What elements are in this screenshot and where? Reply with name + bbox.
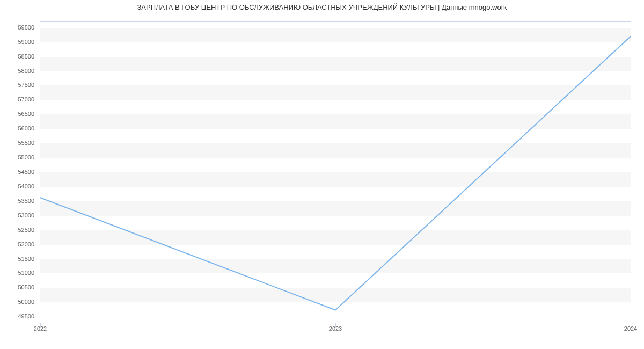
y-tick-label: 57000 <box>18 96 34 103</box>
y-tick-label: 50000 <box>18 299 34 305</box>
y-tick-label: 59500 <box>18 24 34 31</box>
y-tick-label: 51000 <box>18 270 34 276</box>
y-tick-label: 52500 <box>18 227 34 233</box>
y-axis: 4950050000505005100051500520005250053000… <box>0 21 38 322</box>
y-tick-label: 49500 <box>18 313 34 319</box>
x-tick-label: 2022 <box>34 325 47 332</box>
y-tick-label: 53500 <box>18 198 34 204</box>
x-tick-label: 2024 <box>624 325 637 332</box>
x-tick-label: 2023 <box>329 325 342 332</box>
y-tick-label: 51500 <box>18 256 34 262</box>
x-axis: 202220232024 <box>40 322 631 338</box>
y-tick-label: 59000 <box>18 39 34 45</box>
line-layer <box>40 22 631 322</box>
salary-line-chart: ЗАРПЛАТА В ГОБУ ЦЕНТР ПО ОБСЛУЖИВАНИЮ ОБ… <box>0 0 644 349</box>
y-tick-label: 56000 <box>18 125 34 132</box>
y-tick-label: 55500 <box>18 140 34 146</box>
y-tick-label: 58000 <box>18 68 34 74</box>
y-tick-label: 50500 <box>18 284 34 290</box>
series-line <box>40 37 631 310</box>
y-tick-label: 53000 <box>18 212 34 219</box>
y-tick-label: 54000 <box>18 183 34 190</box>
y-tick-label: 54500 <box>18 169 34 175</box>
plot-area <box>40 21 631 322</box>
y-tick-label: 58500 <box>18 53 34 60</box>
y-tick-label: 56500 <box>18 111 34 117</box>
y-tick-label: 52000 <box>18 241 34 248</box>
chart-title: ЗАРПЛАТА В ГОБУ ЦЕНТР ПО ОБСЛУЖИВАНИЮ ОБ… <box>0 3 644 11</box>
y-tick-label: 55000 <box>18 154 34 161</box>
y-tick-label: 57500 <box>18 82 34 88</box>
